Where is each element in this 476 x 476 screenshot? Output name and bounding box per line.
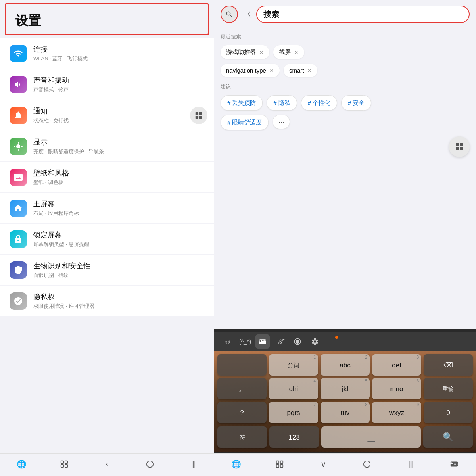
nav-home-right[interactable] [357,458,376,470]
grid-icon-right[interactable] [449,136,470,157]
settings-item-display[interactable]: 显示 亮度 · 眼睛舒适度保护 · 导航条 [0,131,214,161]
keyboard-keys: , 1 分词 2 abc 3 def ⌫ [214,351,476,452]
recent-tag-navtype[interactable]: navigation type ✕ [221,64,280,77]
keyboard-key-grid: , 1 分词 2 abc 3 def ⌫ [214,351,476,426]
grid-icon-left[interactable] [190,107,207,124]
search-icon-button[interactable] [221,6,238,23]
suggest-chip-personal[interactable]: # 个性化 [301,95,337,111]
key-period[interactable]: 。 [217,378,267,399]
notif-icon [10,107,27,124]
notif-title: 通知 [33,106,69,116]
gesture-button[interactable] [290,334,305,349]
key-mno[interactable]: 6 mno [372,378,421,399]
lock-subtitle: 屏幕解锁类型 · 息屏提醒 [33,241,89,248]
suggest-chip-lostprev[interactable]: # 丢失预防 [221,95,263,111]
nav-globe-left[interactable]: 🌐 [12,458,31,470]
key-zero[interactable]: 0 [424,402,473,423]
svg-rect-16 [280,465,283,467]
recent-tag-game-text: 游戏助推器 [226,48,256,56]
bio-subtitle: 面部识别 · 指纹 [33,272,90,279]
key-reenter[interactable]: 重输 [424,378,473,399]
settings-item-sound[interactable]: 声音和振动 声音模式 · 铃声 [0,69,214,100]
key-backspace[interactable]: ⌫ [424,354,473,376]
suggest-chip-lostprev-text: 丢失预防 [232,99,256,107]
key-comma[interactable]: , [217,354,267,376]
key-space[interactable]: ＿ [321,426,420,448]
keyboard-switch-button[interactable] [255,334,270,349]
key-tuv[interactable]: 8 tuv [321,402,370,423]
suggest-section-label: 建议 [221,83,470,90]
svg-rect-15 [276,465,279,467]
recent-tag-screenshot[interactable]: 截屏 ✕ [273,45,304,59]
svg-rect-5 [460,143,463,146]
keyboard-more-button[interactable]: ··· [325,334,340,349]
emoticon-button[interactable]: (^_^) [238,334,252,349]
key-ghi[interactable]: 4 ghi [269,378,318,399]
search-content: 最近搜索 游戏助推器 ✕ 截屏 ✕ navigation type ✕ smar… [214,29,476,329]
lock-text: 锁定屏幕 屏幕解锁类型 · 息屏提醒 [33,230,89,248]
key-jkl[interactable]: 5 jkl [321,378,370,399]
key-123[interactable]: 123 [269,426,319,448]
svg-rect-1 [199,112,202,115]
key-search[interactable]: 🔍 [423,426,473,448]
nav-grid-left[interactable] [55,458,74,470]
recent-tag-navtype-close[interactable]: ✕ [269,67,274,74]
settings-item-home[interactable]: 主屏幕 布局 · 应用程序角标 [0,193,214,223]
bio-text: 生物识别和安全性 面部识别 · 指纹 [33,261,90,279]
page-title: 设置 [15,13,41,28]
key-wxyz[interactable]: 9 wxyz [372,402,421,423]
settings-item-wallpaper[interactable]: 壁纸和风格 壁纸 · 调色板 [0,162,214,192]
svg-point-17 [364,461,370,468]
settings-item-privacy[interactable]: 隐私权 权限使用情况 · 许可管理器 [0,286,214,316]
svg-rect-2 [196,115,198,118]
nav-grid-right[interactable] [270,458,289,470]
text-edit-button[interactable]: 𝒯 [273,334,287,349]
suggest-chip-security[interactable]: # 安全 [341,95,371,111]
search-back-button[interactable]: 〈 [243,8,251,20]
key-pqrs[interactable]: 7 pqrs [269,402,318,423]
settings-item-notifications[interactable]: 通知 状态栏 · 免打扰 [0,100,214,131]
home-text: 主屏幕 布局 · 应用程序角标 [33,199,79,217]
lock-title: 锁定屏幕 [33,230,89,240]
recent-tag-smart-close[interactable]: ✕ [307,67,312,74]
key-symbol[interactable]: 符 [217,426,267,448]
settings-item-bio[interactable]: 生物识别和安全性 面部识别 · 指纹 [0,255,214,285]
nav-globe-right[interactable]: 🌐 [226,458,246,470]
wallpaper-text: 壁纸和风格 壁纸 · 调色板 [33,168,69,186]
settings-item-lock[interactable]: 锁定屏幕 屏幕解锁类型 · 息屏提醒 [0,224,214,254]
privacy-title: 隐私权 [33,292,94,301]
keyboard-settings-button[interactable] [308,334,322,349]
svg-rect-8 [61,461,63,463]
nav-recents-right[interactable]: ||| [401,458,420,470]
search-input-box[interactable]: 搜索 [256,6,470,23]
recent-tag-game[interactable]: 游戏助推器 ✕ [221,45,269,59]
nav-recents-left[interactable]: ||| [183,458,202,470]
more-suggestions-button[interactable]: ··· [273,115,290,129]
emoji-button[interactable]: ☺ [221,334,235,349]
svg-rect-10 [61,465,63,467]
bottom-nav-bar: 🌐 ‹ ||| 🌐 ∨ [0,453,476,476]
bottom-nav-left: 🌐 ‹ ||| [0,453,214,476]
nav-home-left[interactable] [140,458,159,470]
sound-subtitle: 声音模式 · 铃声 [33,86,69,93]
key-abc[interactable]: 2 abc [321,354,370,376]
nav-keyboard-icon[interactable] [445,458,464,470]
recent-tag-screenshot-close[interactable]: ✕ [294,49,299,56]
suggest-chip-eyecare[interactable]: # 眼睛舒适度 [221,115,269,130]
nav-chevron-right[interactable]: ∨ [314,458,333,470]
suggestion-tags: # 丢失预防 # 隐私 # 个性化 # 安全 [221,95,470,111]
nav-back-left[interactable]: ‹ [98,458,117,470]
settings-item-connection[interactable]: 连接 WLAN · 蓝牙 · 飞行模式 [0,38,214,69]
key-question[interactable]: ? [217,402,267,423]
recent-tag-game-close[interactable]: ✕ [259,49,264,56]
suggest-chip-privacy[interactable]: # 隐私 [267,95,297,111]
search-header: 〈 搜索 [214,0,476,29]
settings-header: 设置 [5,3,209,35]
home-subtitle: 布局 · 应用程序角标 [33,210,79,217]
key-fenzu[interactable]: 1 分词 [269,354,318,376]
recent-tags-row2: navigation type ✕ smart ✕ [221,64,470,77]
suggestion-tags-row2: # 眼睛舒适度 ··· [221,115,470,130]
recent-tag-smart[interactable]: smart ✕ [284,64,318,77]
privacy-subtitle: 权限使用情况 · 许可管理器 [33,303,94,310]
key-def[interactable]: 3 def [372,354,421,376]
